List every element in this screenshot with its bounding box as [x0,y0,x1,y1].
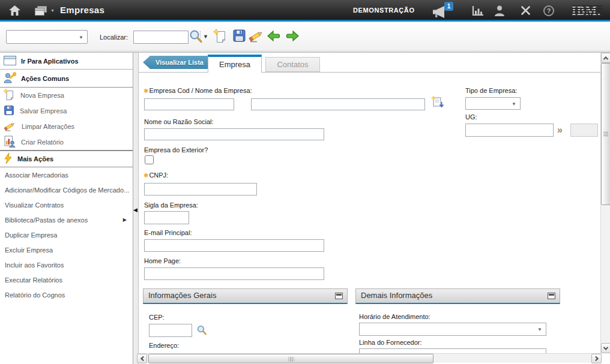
sidebar-item-duplicar-empresa[interactable]: Duplicar Empresa [0,227,133,242]
tipo-empresa-caret-icon: ▼ [512,101,516,106]
scroll-right-button[interactable] [591,354,602,363]
sidebar-item-excluir-empresa[interactable]: Excluir Empresa [0,242,133,257]
sidebar-item-criar-relatorio[interactable]: Criar Relatório [0,134,133,150]
tab-contatos[interactable]: Contatos [265,57,320,72]
app-switcher-caret-icon[interactable]: ▼ [50,8,55,13]
ibm-logo: IBM. [572,4,603,17]
app-switcher-icon[interactable] [35,6,47,19]
sidebar-item-nova-empresa[interactable]: Nova Empresa [0,88,133,103]
visualizar-lista-button[interactable]: Visualizar Lista [143,56,210,69]
nome-razao-input[interactable] [144,128,324,140]
collapse-section-icon[interactable] [335,293,343,299]
top-bar: ▼ Empresas DEMONSTRAÇÃO 1 [0,0,610,22]
scroll-up-button[interactable] [601,53,610,63]
sigla-label: Sigla da Empresa: [144,201,198,209]
sidebar-splitter[interactable]: ◀ [133,53,139,364]
cep-search-icon[interactable] [196,324,207,338]
help-icon[interactable]: ? [543,5,554,16]
save-icon[interactable] [232,29,246,45]
new-document-icon [4,89,15,103]
required-icon: ✱ [143,172,148,179]
empresa-cod-input[interactable] [144,98,234,110]
sidebar-header-acoes-comuns[interactable]: Ações Comuns [0,70,133,88]
page-title: Empresas [60,5,104,15]
empresa-cod-label: ✱Empresa Cod / Nome da Empresa: [143,87,252,94]
sidebar-item-ir-para-aplicativos[interactable]: Ir Para Aplicativos [0,53,133,70]
tab-empresa[interactable]: Empresa [208,55,262,73]
search-options-caret-icon[interactable]: ▼ [203,34,208,40]
submenu-arrow-icon: ▶ [123,217,127,222]
email-input[interactable] [144,239,324,252]
exterior-checkbox[interactable] [145,155,154,164]
sidebar-header-mais-acoes[interactable]: Mais Ações [0,150,133,167]
sigla-input[interactable] [144,211,189,224]
homepage-label: Home Page: [144,257,181,264]
context-select[interactable]: ▼ [6,30,88,44]
common-actions-icon [4,72,16,85]
search-icon[interactable] [189,29,203,46]
scroll-left-button[interactable] [137,354,147,363]
horizontal-scrollbar[interactable] [137,353,602,363]
collapse-sidebar-icon[interactable]: ◀ [133,207,137,213]
horario-caret-icon: ▼ [537,327,542,332]
scroll-down-button[interactable] [601,343,610,353]
sidebar-item-incluir-aos-favoritos[interactable]: Incluir aos Favoritos [0,257,133,272]
clear-changes-icon [4,121,16,133]
chevron-up-icon [603,56,608,61]
next-record-icon[interactable] [285,29,300,46]
sidebar-item-salvar-empresa[interactable]: Salvar Empresa [0,103,133,119]
sidebar-item-visualizar-contratos[interactable]: Visualizar Contratos [0,197,133,212]
notification-badge: 1 [444,2,453,11]
required-icon: ✱ [143,88,148,94]
linha-fornecedor-input[interactable] [359,348,546,353]
environment-label: DEMONSTRAÇÃO [353,7,415,14]
horizontal-scrollbar-thumb[interactable] [148,354,433,363]
section-demais-informacoes: Demais Informações [355,288,560,304]
sidebar-item-executar-relatorios[interactable]: Executar Relatórios [0,272,133,287]
endereco-label: Endereço: [149,342,179,349]
chevron-left-icon [140,356,145,361]
sidebar-item-adicionar-modificar-codigos[interactable]: Adicionar/Modificar Códigos de Mercado..… [0,182,133,197]
sidebar-item-associar-mercadorias[interactable]: Associar Mercadorias [0,167,133,182]
horario-select[interactable]: ▼ [359,323,546,336]
nome-razao-label: Nome ou Razão Social: [144,118,214,125]
tipo-empresa-select[interactable]: ▼ [465,97,521,110]
chevron-right-icon [593,356,598,361]
cep-input[interactable] [149,324,192,337]
localizar-input[interactable] [133,31,189,44]
cep-label: CEP: [149,314,165,321]
sidebar-item-relatorio-do-cognos[interactable]: Relatório do Cognos [0,287,133,302]
horario-label: Horário de Atendimento: [359,313,430,320]
homepage-input[interactable] [144,267,324,280]
email-label: E-mail Principal: [144,229,192,236]
ug-input[interactable] [465,124,554,137]
sidebar-item-limpar-alteracoes[interactable]: Limpar Alterações [0,119,133,134]
empresa-nome-input[interactable] [251,98,425,110]
user-icon[interactable] [494,5,506,19]
scrollbar-grip [288,357,294,362]
new-record-icon[interactable] [213,29,228,47]
vertical-scrollbar[interactable] [600,53,610,353]
scrollbar-grip [603,132,608,137]
reports-chart-icon[interactable] [471,5,485,19]
linha-fornecedor-label: Linha do Fornecedor: [359,339,422,346]
ug-label: UG: [465,113,477,121]
close-icon[interactable] [520,5,531,19]
vertical-scrollbar-thumb[interactable] [601,63,610,205]
previous-record-icon[interactable] [267,29,282,46]
clear-changes-icon[interactable] [249,29,264,46]
save-icon [4,105,14,117]
ug-result-field [570,124,598,137]
ug-lookup-icon[interactable]: » [557,124,563,137]
collapse-section-icon[interactable] [548,293,555,299]
home-icon[interactable] [8,5,21,19]
localizar-label: Localizar: [100,34,128,41]
chevron-down-icon [603,345,608,350]
cnpj-input[interactable] [144,183,257,195]
main-content: Visualizar Lista Empresa Contatos ✱Empre… [139,53,600,353]
select-empresa-icon[interactable] [431,96,444,112]
app-window: ▼ Empresas DEMONSTRAÇÃO 1 [0,0,610,364]
sidebar-item-biblioteca-pastas-anexos[interactable]: Biblioteca/Pastas de anexos ▶ [0,212,133,227]
window-icon [4,56,16,67]
tipo-empresa-label: Tipo de Empresa: [465,87,517,94]
